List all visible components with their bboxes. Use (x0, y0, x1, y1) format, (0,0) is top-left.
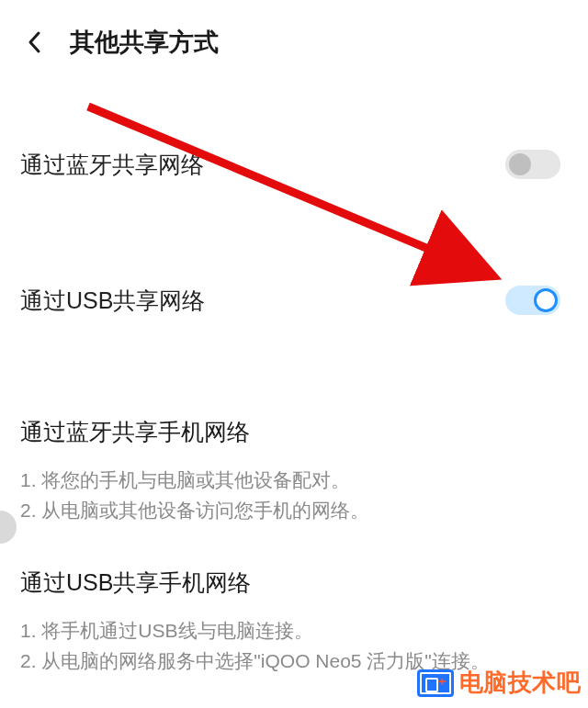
usb-help-line2: 2. 从电脑的网络服务中选择"iQOO Neo5 活力版"连接。 (20, 646, 568, 677)
header: 其他共享方式 (0, 0, 588, 70)
row-bluetooth-tether[interactable]: 通过蓝牙共享网络 (0, 132, 588, 197)
back-button[interactable] (22, 29, 48, 55)
row-usb-label: 通过USB共享网络 (20, 286, 205, 316)
section-bluetooth-title: 通过蓝牙共享手机网络 (20, 417, 568, 447)
bt-help-line2: 2. 从电脑或其他设备访问您手机的网络。 (20, 496, 568, 526)
chevron-left-icon (26, 29, 44, 55)
section-usb-body: 1. 将手机通过USB线与电脑连接。 2. 从电脑的网络服务中选择"iQOO N… (20, 616, 568, 676)
bt-help-line1: 1. 将您的手机与电脑或其他设备配对。 (20, 466, 568, 496)
usb-help-line1: 1. 将手机通过USB线与电脑连接。 (20, 616, 568, 646)
section-usb-help: 通过USB共享手机网络 1. 将手机通过USB线与电脑连接。 2. 从电脑的网络… (0, 568, 588, 676)
toggle-bluetooth[interactable] (505, 150, 560, 179)
section-bluetooth-body: 1. 将您的手机与电脑或其他设备配对。 2. 从电脑或其他设备访问您手机的网络。 (20, 466, 568, 525)
section-bluetooth-help: 通过蓝牙共享手机网络 1. 将您的手机与电脑或其他设备配对。 2. 从电脑或其他… (0, 417, 588, 525)
row-bluetooth-label: 通过蓝牙共享网络 (20, 150, 204, 180)
row-usb-tether[interactable]: 通过USB共享网络 (0, 268, 588, 332)
section-usb-title: 通过USB共享手机网络 (20, 568, 568, 598)
toggle-usb[interactable] (505, 286, 560, 315)
page-title: 其他共享方式 (70, 26, 219, 59)
